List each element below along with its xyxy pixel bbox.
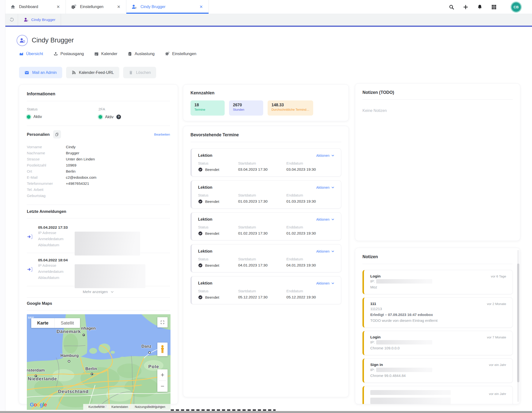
mail-an-admin-button[interactable]: Mail an Admin: [19, 67, 62, 78]
twofa-dot-green: [99, 115, 102, 119]
stat-label: Stunden: [233, 108, 259, 111]
nutzungsbedingungen-link[interactable]: Nutzungsbedingungen: [133, 405, 167, 409]
google-map[interactable]: see nhagen Dänemark Danz Hamburg Berlin …: [27, 314, 171, 410]
field-value: +4987654321: [66, 180, 89, 187]
note-line: Moz: [370, 284, 377, 290]
check-circle-icon: [198, 199, 203, 204]
tab-kalender[interactable]: Kalender: [94, 51, 117, 56]
login-arrow-icon: [27, 258, 38, 281]
personalien-fields: VornameCindy NachnameBrugger StrasseUnte…: [27, 144, 170, 199]
start-value: 05.12.2022 17:30: [238, 295, 286, 300]
mehr-anzeigen-link[interactable]: Mehr anzeigen: [27, 289, 170, 295]
map-label-danzig: Danz: [141, 344, 151, 349]
search-icon[interactable]: [449, 4, 454, 10]
bearbeiten-link[interactable]: Bearbeiten: [154, 133, 170, 136]
envelope-icon: [24, 70, 29, 75]
stat-label: Durchschnittliche Termind…: [271, 108, 309, 111]
note-card: Login vor 6 Tage IP: Moz: [362, 270, 513, 294]
aktionen-dropdown[interactable]: Aktionen: [316, 217, 335, 221]
note-card: 111 vor 2 Monate 111213 Erledigt – 07.09…: [362, 297, 513, 328]
field-label: Geburtstag: [27, 193, 66, 199]
copy-icon[interactable]: [53, 130, 61, 138]
check-circle-icon: [198, 295, 203, 300]
pegman-control[interactable]: [157, 343, 168, 356]
aktionen-label: Aktionen: [316, 217, 330, 221]
zoom-out-button[interactable]: −: [157, 381, 168, 392]
avatar[interactable]: CB: [511, 1, 522, 13]
home-icon: [10, 4, 16, 10]
close-icon[interactable]: ×: [56, 4, 61, 10]
panel-heading: Informationen: [27, 91, 170, 97]
personalien-heading: Personalien: [27, 132, 50, 137]
tab-cindy-brugger[interactable]: Cindy Brugger ×: [126, 0, 209, 14]
map-attribution: Kurzbefehle Kartendaten Nutzungsbedingun…: [83, 404, 171, 410]
stat-label: Termine: [194, 108, 221, 111]
close-icon[interactable]: ×: [199, 4, 204, 10]
bell-icon[interactable]: [477, 4, 483, 10]
sub-tab-bar: Cindy Brugger: [5, 14, 532, 26]
notizen-todo-panel: Notizen (TODO) Keine Notizen: [355, 83, 520, 241]
horizontal-scrollbar[interactable]: [0, 411, 532, 413]
zoom-in-button[interactable]: +: [157, 369, 168, 381]
map-type-karte-button[interactable]: Karte: [31, 318, 55, 328]
loeschen-button[interactable]: Löschen: [123, 67, 156, 78]
aktionen-dropdown[interactable]: Aktionen: [316, 249, 335, 253]
tab-uebersicht[interactable]: Übersicht: [19, 51, 43, 56]
chart-icon: [19, 51, 24, 56]
aktionen-dropdown[interactable]: Aktionen: [316, 281, 335, 285]
start-value: 01.03.2023 17:30: [238, 199, 286, 204]
close-icon[interactable]: ×: [116, 4, 121, 10]
end-value: 01.03.2023 19:30: [286, 199, 335, 204]
note-card: Sign in vor ein Jahr IP: Chrome 99.0.484…: [362, 358, 513, 383]
tab-einstellungen[interactable]: Einstellungen ×: [66, 0, 126, 14]
status-value: Aktiv: [33, 115, 42, 119]
tab-einstellungen-profile[interactable]: Einstellungen: [165, 51, 196, 56]
tab-label: Kalender: [101, 51, 117, 56]
fullscreen-button[interactable]: [157, 317, 168, 327]
apps-grid-icon[interactable]: [491, 4, 497, 10]
map-type-satellit-button[interactable]: Satellit: [55, 318, 80, 328]
aktionen-dropdown[interactable]: Aktionen: [316, 154, 335, 157]
note-time: vor 2 Monate: [487, 302, 506, 306]
termin-title: Lektion: [198, 185, 212, 190]
status-dot-green: [27, 115, 30, 119]
tab-label: Einstellungen: [172, 51, 196, 56]
col-end: Enddatum: [286, 161, 335, 165]
stat-value: 18: [194, 103, 221, 107]
tab-dashboard[interactable]: Dashboard ×: [5, 0, 66, 14]
end-value: 04.01.2023 19:30: [286, 263, 335, 268]
field-label: Ort: [27, 168, 66, 174]
avatar-initials: CB: [512, 2, 521, 12]
aktionen-dropdown[interactable]: Aktionen: [316, 186, 335, 189]
field-label: E-Mail: [27, 174, 66, 180]
rss-icon: [71, 70, 76, 75]
field-label: Strasse: [27, 156, 66, 162]
kartendaten-link[interactable]: Kartendaten: [110, 405, 130, 409]
login-arrow-icon: [27, 225, 38, 248]
map-label-germany: Deutschland: [58, 389, 89, 394]
google-logo[interactable]: Google: [30, 402, 47, 408]
field-label: Nachname: [27, 150, 66, 156]
kurzbefehle-link[interactable]: Kurzbefehle: [87, 405, 106, 409]
note-line: Chrome 109.0.0.0: [370, 345, 400, 351]
field-label: Postleitzahl: [27, 162, 66, 168]
col-end: Enddatum: [286, 257, 335, 261]
end-value: 01.02.2023 19:30: [286, 231, 335, 236]
help-icon[interactable]: ?: [116, 115, 121, 119]
note-line: TODO wurde von diesem Eintrag entfernt: [370, 318, 438, 324]
notes-scrollbar[interactable]: [517, 250, 519, 402]
scrollbar-thumb[interactable]: [517, 264, 519, 382]
history-button[interactable]: [5, 14, 18, 26]
button-label: Löschen: [136, 70, 151, 75]
note-time: vor ein Jahr: [489, 392, 506, 396]
termin-card: Lektion Aktionen StatusStartdatumEnddatu…: [191, 244, 341, 272]
add-icon[interactable]: [463, 4, 469, 10]
kalender-feed-url-button[interactable]: Kalender-Feed-URL: [66, 67, 119, 78]
subtab-cindy-brugger[interactable]: Cindy Brugger: [18, 14, 61, 26]
field-value: Unter den Linden: [66, 156, 95, 162]
tab-auslastung[interactable]: Auslastung: [128, 51, 155, 56]
twofa-value: Aktiv: [105, 115, 114, 119]
user-shield-icon: [23, 17, 29, 22]
aktionen-label: Aktionen: [316, 186, 330, 189]
tab-postausgang[interactable]: Postausgang: [53, 51, 84, 56]
